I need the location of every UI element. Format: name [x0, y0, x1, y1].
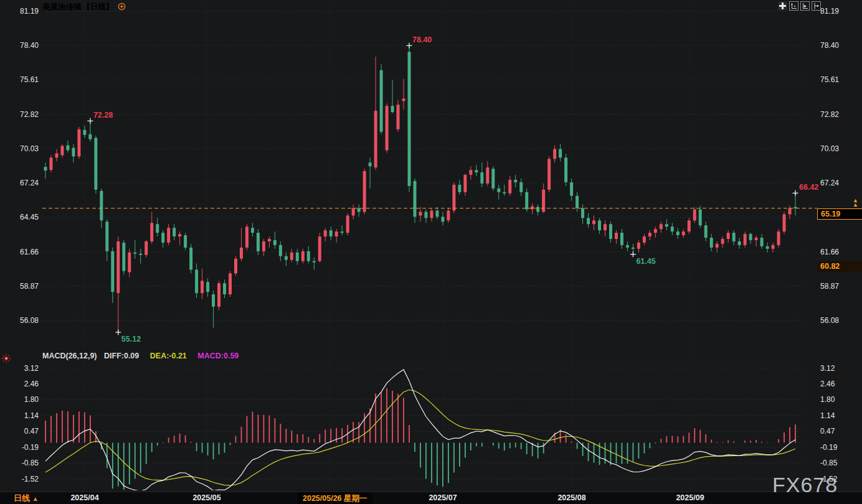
candle-body: [760, 238, 764, 246]
pan-right-icon[interactable]: [812, 1, 821, 11]
candle-body: [447, 210, 450, 220]
candle-body: [329, 230, 333, 236]
candle-body: [604, 224, 607, 230]
candle-body: [564, 157, 567, 182]
candle-body: [772, 245, 775, 249]
candle-body: [122, 243, 125, 271]
candle-body: [475, 170, 478, 172]
candle-body: [609, 224, 612, 239]
candle-body: [341, 231, 344, 233]
candle-body: [363, 171, 366, 212]
indicator-target-icon[interactable]: [1, 353, 11, 366]
price-edge-arrows-icon[interactable]: ▲▲: [853, 198, 858, 207]
candle-body: [301, 251, 305, 261]
price-axis-label-left: 81.19: [20, 7, 39, 16]
candle-body: [391, 106, 394, 112]
candle-body: [88, 134, 92, 139]
highlighted-date-label: 2025/05/26 星期一: [298, 492, 372, 504]
candle-body: [626, 245, 629, 248]
candle-body: [435, 210, 438, 217]
candle-body: [463, 175, 467, 192]
candle-body: [777, 231, 780, 245]
layout-grid-icon[interactable]: [778, 1, 787, 11]
candle-body: [430, 210, 433, 218]
macd-axis-label-right: 1.80: [820, 395, 835, 404]
candle-body: [72, 148, 75, 157]
x-axis-month-label: 2025/07: [429, 493, 457, 502]
price-axis-label-right: 75.61: [820, 75, 839, 84]
candle-body: [335, 231, 338, 236]
candle-body: [49, 157, 52, 170]
price-axis-label-left: 72.82: [20, 110, 39, 119]
watermark: FX678: [772, 473, 838, 497]
candle-body: [452, 185, 455, 211]
candle-body: [223, 283, 226, 294]
y-axis-scale-icon[interactable]: [789, 1, 798, 11]
candle-body: [133, 253, 136, 254]
macd-axis-label-left: 3.12: [24, 364, 39, 373]
price-axis-label-right: 81.19: [820, 7, 839, 16]
candle-body: [257, 233, 260, 251]
candle-body: [290, 253, 293, 260]
candle-body: [570, 182, 573, 196]
price-axis-label-left: 78.40: [20, 41, 39, 50]
candle-body: [592, 220, 595, 224]
candle-body: [262, 241, 265, 251]
candle-body: [486, 167, 489, 184]
candle-body: [358, 208, 361, 212]
candle-body: [514, 180, 517, 182]
candle-body: [660, 224, 663, 229]
macd-title: MACD(26,12,9): [42, 352, 97, 360]
macd-axis-label-left: -0.19: [22, 443, 39, 452]
candle-body: [508, 180, 511, 194]
candle-body: [178, 234, 181, 236]
candle-body: [648, 233, 651, 236]
x-axis-month-label: 2025/09: [676, 493, 704, 502]
candle-body: [173, 228, 176, 236]
candle-body: [240, 248, 243, 259]
price-axis-label-left: 58.87: [20, 282, 39, 291]
current-price-tag: 65.19: [817, 208, 862, 220]
macd-axis-label-right: -0.85: [820, 459, 838, 467]
candle-body: [313, 261, 316, 263]
macd-value: MACD:0.59: [197, 352, 239, 360]
macd-axis-label-right: 1.14: [820, 411, 835, 420]
candle-body: [189, 248, 192, 270]
candle-body: [116, 241, 120, 293]
candle-body: [156, 224, 159, 233]
macd-diff-value: DIFF:0.09: [104, 352, 139, 360]
price-axis-label-left: 56.08: [20, 316, 39, 325]
price-axis-label-right: 61.66: [820, 248, 839, 256]
candle-body: [139, 254, 142, 255]
candle-body: [688, 220, 691, 231]
candle-body: [245, 226, 249, 248]
candle-body: [581, 208, 584, 218]
candle-body: [285, 256, 288, 260]
candle-body: [497, 189, 500, 192]
candle-body: [637, 243, 640, 249]
price-axis-label-left: 64.45: [20, 213, 39, 222]
candle-body: [60, 146, 64, 156]
candle-body: [229, 273, 232, 294]
candle-body: [268, 239, 271, 241]
candle-body: [66, 146, 69, 151]
candle-body: [212, 294, 215, 307]
candle-body: [100, 191, 103, 221]
price-axis-label-left: 61.66: [20, 248, 39, 256]
price-axis-label-right: 78.40: [820, 41, 839, 50]
price-axis-label-left: 70.03: [20, 144, 39, 153]
macd-axis-label-left: 0.47: [24, 427, 39, 436]
candle-body: [727, 233, 730, 239]
x-axis-scale-icon[interactable]: [800, 1, 810, 11]
extreme-price-label: 66.42: [799, 183, 818, 192]
chart-canvas[interactable]: 81.1981.1978.4078.4075.6175.6172.8272.82…: [0, 0, 862, 492]
candle-body: [324, 230, 327, 236]
add-indicator-icon[interactable]: [118, 2, 126, 12]
price-axis-label-right: 70.03: [820, 144, 839, 153]
symbol-name: 美原油连续: [42, 2, 82, 12]
candle-body: [408, 52, 411, 186]
candle-body: [716, 244, 719, 248]
candle-body: [441, 217, 444, 222]
period-select[interactable]: 日线 ▲: [14, 493, 39, 504]
candle-body: [44, 167, 47, 170]
